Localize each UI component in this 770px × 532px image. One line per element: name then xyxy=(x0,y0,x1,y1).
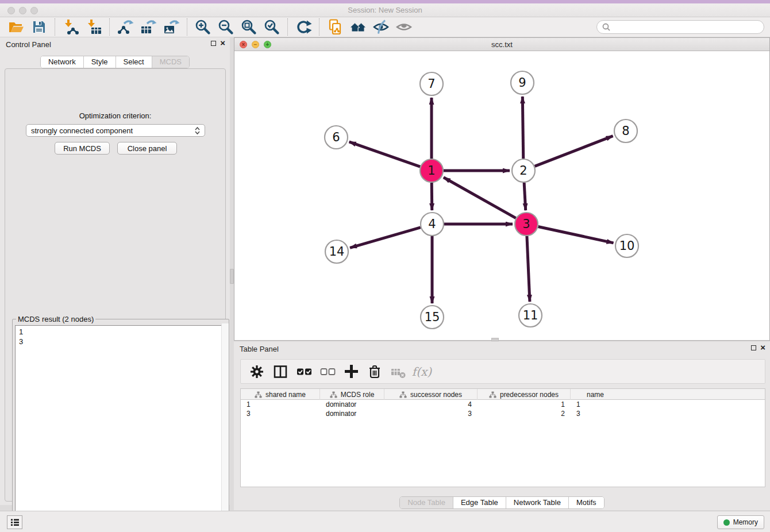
column-label: MCDS role xyxy=(341,391,375,399)
node-14[interactable]: 14 xyxy=(325,240,348,263)
edge-3-to-11[interactable] xyxy=(527,236,530,302)
network-window-title: scc.txt xyxy=(234,38,769,51)
edge-4-to-14[interactable] xyxy=(350,228,421,248)
add-column-icon[interactable] xyxy=(342,363,360,380)
table-panel: Table Panel × xyxy=(234,342,770,510)
show-detail-eye-icon[interactable] xyxy=(392,18,415,36)
select-all-icon[interactable] xyxy=(295,363,313,380)
home-view-icon[interactable] xyxy=(346,18,369,36)
settings-gear-icon[interactable] xyxy=(248,363,265,380)
export-table-icon[interactable] xyxy=(137,18,160,36)
node-7[interactable]: 7 xyxy=(420,72,443,95)
horizontal-splitter-handle[interactable] xyxy=(491,338,499,341)
tab-motifs[interactable]: Motifs xyxy=(569,497,604,508)
import-network-icon[interactable] xyxy=(59,18,82,36)
edge-1-to-6[interactable] xyxy=(349,142,421,167)
node-9[interactable]: 9 xyxy=(511,71,534,94)
window-title: Session: New Session xyxy=(0,3,770,17)
column-layout-icon[interactable] xyxy=(272,363,289,380)
svg-text:3: 3 xyxy=(522,217,530,231)
export-image-icon[interactable] xyxy=(160,18,183,36)
close-panel-icon[interactable]: × xyxy=(220,40,225,47)
edge-2-to-3[interactable] xyxy=(524,183,526,210)
float-panel-icon[interactable] xyxy=(751,345,756,350)
list-icon xyxy=(9,516,21,528)
edge-3-to-10[interactable] xyxy=(538,226,614,242)
network-column-icon xyxy=(399,391,407,398)
criterion-dropdown[interactable]: strongly connected component xyxy=(26,124,205,137)
table-cell[interactable]: 1 xyxy=(571,400,620,409)
result-scrollbar[interactable] xyxy=(221,323,229,529)
node-4[interactable]: 4 xyxy=(421,213,444,236)
table-cell[interactable]: dominator xyxy=(320,409,384,418)
tab-select[interactable]: Select xyxy=(116,56,152,68)
run-mcds-button[interactable]: Run MCDS xyxy=(55,142,110,155)
table-cell[interactable]: 3 xyxy=(241,409,320,418)
table-cell[interactable]: 1 xyxy=(478,400,571,409)
node-8[interactable]: 8 xyxy=(614,119,637,142)
import-table-icon[interactable] xyxy=(82,18,105,36)
unselect-all-icon[interactable] xyxy=(319,363,336,380)
search-box[interactable] xyxy=(596,20,764,34)
node-1[interactable]: 1 xyxy=(420,159,443,182)
network-window-titlebar[interactable]: × − + scc.txt xyxy=(234,38,769,51)
node-2[interactable]: 2 xyxy=(512,159,535,182)
network-canvas[interactable]: 1234678910111415 xyxy=(234,51,769,340)
toolbar-separator xyxy=(55,18,55,36)
tab-style[interactable]: Style xyxy=(84,56,116,68)
delete-column-trash-icon[interactable] xyxy=(366,363,383,380)
svg-text:2: 2 xyxy=(519,164,527,178)
node-10[interactable]: 10 xyxy=(615,234,638,257)
table-row[interactable]: 3dominator323 xyxy=(241,409,765,418)
table-cell[interactable]: 3 xyxy=(571,409,620,418)
column-header-MCDS-role[interactable]: MCDS role xyxy=(320,389,384,400)
column-header-name[interactable]: name xyxy=(571,389,620,400)
table-cell[interactable]: 1 xyxy=(241,400,320,409)
table-cell[interactable]: dominator xyxy=(320,400,384,409)
mcds-result-text[interactable]: 1 3 xyxy=(15,325,226,526)
network-view-window: × − + scc.txt 1234678910111415 xyxy=(234,37,770,341)
vertical-splitter-handle[interactable] xyxy=(230,269,234,284)
table-cell[interactable]: 3 xyxy=(384,409,478,418)
task-history-button[interactable] xyxy=(7,515,22,529)
edge-2-to-9[interactable] xyxy=(522,97,523,159)
memory-button[interactable]: Memory xyxy=(717,515,764,529)
node-table[interactable]: shared nameMCDS rolesuccessor nodesprede… xyxy=(240,388,765,487)
edge-3-to-1[interactable] xyxy=(444,178,516,218)
hide-detail-eye-slash-icon[interactable] xyxy=(369,18,392,36)
column-header-successor-nodes[interactable]: successor nodes xyxy=(384,389,478,400)
tab-node-table[interactable]: Node Table xyxy=(400,497,453,508)
tab-mcds[interactable]: MCDS xyxy=(152,56,189,68)
table-header-row: shared nameMCDS rolesuccessor nodesprede… xyxy=(241,389,765,400)
node-3[interactable]: 3 xyxy=(515,213,538,236)
zoom-fit-icon[interactable] xyxy=(237,18,260,36)
zoom-out-icon[interactable] xyxy=(214,18,237,36)
column-header-predecessor-nodes[interactable]: predecessor nodes xyxy=(478,389,571,400)
node-11[interactable]: 11 xyxy=(519,304,542,327)
close-panel-button[interactable]: Close panel xyxy=(117,142,177,155)
node-6[interactable]: 6 xyxy=(325,126,348,149)
close-panel-icon[interactable]: × xyxy=(760,344,765,351)
table-row[interactable]: 1dominator411 xyxy=(241,400,765,409)
search-input[interactable] xyxy=(611,22,759,32)
column-header-shared-name[interactable]: shared name xyxy=(241,389,320,400)
table-cell[interactable]: 2 xyxy=(478,409,571,418)
zoom-selected-icon[interactable] xyxy=(260,18,283,36)
zoom-in-icon[interactable] xyxy=(191,18,214,36)
tab-edge-table[interactable]: Edge Table xyxy=(453,497,506,508)
edge-1-to-4[interactable] xyxy=(432,183,432,210)
edge-2-to-8[interactable] xyxy=(535,136,613,167)
float-panel-icon[interactable] xyxy=(211,41,216,46)
save-session-icon[interactable] xyxy=(28,18,51,36)
open-session-icon[interactable] xyxy=(5,18,28,36)
table-cell[interactable]: 4 xyxy=(384,400,478,409)
export-network-icon[interactable] xyxy=(114,18,137,36)
control-panel: Control Panel × NetworkStyleSelectMCDS O… xyxy=(0,37,230,505)
tab-network-table[interactable]: Network Table xyxy=(506,497,569,508)
network-column-icon xyxy=(489,391,496,398)
tab-network[interactable]: Network xyxy=(41,56,84,68)
refresh-layout-icon[interactable] xyxy=(292,18,315,36)
node-15[interactable]: 15 xyxy=(421,306,444,329)
clone-network-icon[interactable] xyxy=(324,18,346,36)
optimization-criterion-label: Optimization criterion: xyxy=(5,111,225,120)
